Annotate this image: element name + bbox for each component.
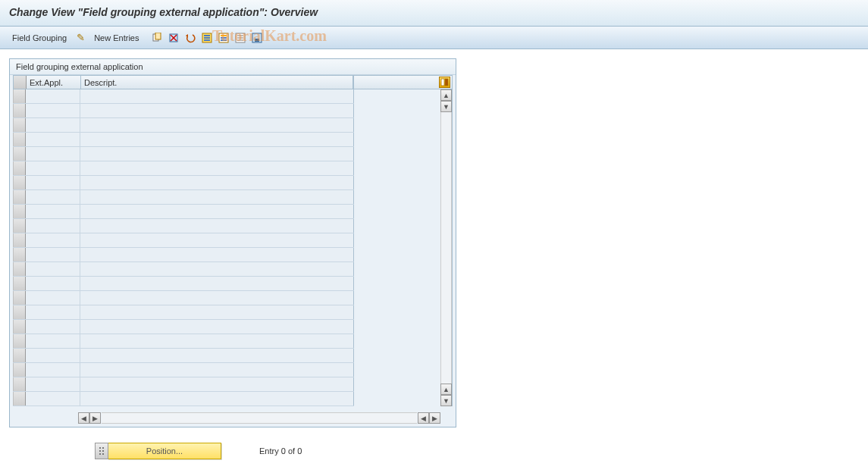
cell-ext-appl[interactable] bbox=[26, 248, 80, 261]
cell-ext-appl[interactable] bbox=[26, 89, 80, 103]
cell-ext-appl[interactable] bbox=[26, 291, 80, 305]
row-selector[interactable] bbox=[13, 161, 26, 175]
svg-rect-7 bbox=[204, 37, 210, 39]
cell-descript[interactable] bbox=[80, 277, 354, 290]
row-selector[interactable] bbox=[13, 334, 26, 348]
cell-descript[interactable] bbox=[80, 291, 354, 305]
configure-columns[interactable] bbox=[354, 75, 453, 89]
position-button[interactable]: Position... bbox=[108, 443, 221, 459]
cell-descript[interactable] bbox=[80, 377, 354, 391]
row-selector[interactable] bbox=[13, 305, 26, 319]
cell-ext-appl[interactable] bbox=[26, 176, 80, 189]
svg-rect-10 bbox=[221, 35, 227, 36]
row-selector[interactable] bbox=[13, 205, 26, 218]
row-selector[interactable] bbox=[13, 147, 26, 161]
row-selector[interactable] bbox=[13, 320, 26, 334]
cell-ext-appl[interactable] bbox=[26, 392, 80, 406]
cell-ext-appl[interactable] bbox=[26, 377, 80, 391]
toggle-change-icon[interactable] bbox=[74, 31, 87, 45]
row-select-header[interactable] bbox=[14, 76, 27, 89]
row-selector[interactable] bbox=[13, 392, 26, 406]
cell-descript[interactable] bbox=[80, 305, 354, 319]
row-selector[interactable] bbox=[13, 219, 26, 233]
cell-ext-appl[interactable] bbox=[26, 363, 80, 377]
row-selector[interactable] bbox=[13, 233, 26, 247]
row-selector[interactable] bbox=[13, 176, 26, 189]
cell-ext-appl[interactable] bbox=[26, 190, 80, 204]
select-all-icon[interactable] bbox=[200, 31, 214, 45]
cell-ext-appl[interactable] bbox=[26, 233, 80, 247]
row-selector[interactable] bbox=[13, 291, 26, 305]
row-selector[interactable] bbox=[13, 118, 26, 132]
cell-descript[interactable] bbox=[80, 118, 354, 132]
scroll-right-icon[interactable]: ▶ bbox=[89, 412, 101, 424]
new-entries-button[interactable]: New Entries bbox=[89, 32, 143, 44]
row-selector[interactable] bbox=[13, 363, 26, 377]
field-grouping-button[interactable]: Field Grouping bbox=[8, 32, 71, 44]
scroll-track[interactable] bbox=[440, 112, 452, 384]
cell-descript[interactable] bbox=[80, 349, 354, 362]
grid-right-area: ▲ ▼ ▲ ▼ bbox=[354, 75, 453, 406]
table-row bbox=[13, 118, 354, 133]
deselect-all-icon[interactable] bbox=[233, 31, 247, 45]
table-row bbox=[13, 377, 354, 392]
cell-descript[interactable] bbox=[80, 176, 354, 189]
cell-ext-appl[interactable] bbox=[26, 349, 80, 362]
row-selector[interactable] bbox=[13, 89, 26, 103]
cell-ext-appl[interactable] bbox=[26, 161, 80, 175]
cell-descript[interactable] bbox=[80, 89, 354, 103]
cell-ext-appl[interactable] bbox=[26, 277, 80, 290]
cell-descript[interactable] bbox=[80, 248, 354, 261]
undo-icon[interactable] bbox=[183, 31, 197, 45]
cell-descript[interactable] bbox=[80, 161, 354, 175]
cell-descript[interactable] bbox=[80, 219, 354, 233]
cell-ext-appl[interactable] bbox=[26, 305, 80, 319]
scroll-down2-icon[interactable]: ▼ bbox=[440, 395, 452, 406]
scroll-up-icon[interactable]: ▲ bbox=[440, 89, 452, 101]
cell-descript[interactable] bbox=[80, 363, 354, 377]
cell-descript[interactable] bbox=[80, 205, 354, 218]
save-variant-icon[interactable] bbox=[250, 31, 264, 45]
scroll-left2-icon[interactable]: ◀ bbox=[418, 412, 429, 424]
scroll-right2-icon[interactable]: ▶ bbox=[429, 412, 440, 424]
cell-descript[interactable] bbox=[80, 262, 354, 276]
hscroll-track[interactable] bbox=[102, 412, 417, 424]
copy-icon[interactable] bbox=[150, 31, 164, 45]
row-selector[interactable] bbox=[13, 277, 26, 290]
column-header-descript[interactable]: Descript. bbox=[81, 76, 353, 89]
row-selector[interactable] bbox=[13, 133, 26, 146]
cell-descript[interactable] bbox=[80, 190, 354, 204]
column-header-ext-appl[interactable]: Ext.Appl. bbox=[27, 76, 81, 89]
select-block-icon[interactable] bbox=[217, 31, 230, 45]
cell-ext-appl[interactable] bbox=[26, 334, 80, 348]
cell-ext-appl[interactable] bbox=[26, 219, 80, 233]
delete-icon[interactable] bbox=[167, 31, 180, 45]
cell-ext-appl[interactable] bbox=[26, 147, 80, 161]
scroll-left-icon[interactable]: ◀ bbox=[78, 412, 89, 424]
row-selector[interactable] bbox=[13, 262, 26, 276]
cell-ext-appl[interactable] bbox=[26, 133, 80, 146]
cell-ext-appl[interactable] bbox=[26, 320, 80, 334]
row-selector[interactable] bbox=[13, 349, 26, 362]
row-selector[interactable] bbox=[13, 104, 26, 117]
cell-descript[interactable] bbox=[80, 233, 354, 247]
scroll-up2-icon[interactable]: ▲ bbox=[440, 384, 452, 395]
cell-descript[interactable] bbox=[80, 392, 354, 406]
table-row bbox=[13, 89, 354, 104]
cell-ext-appl[interactable] bbox=[26, 205, 80, 218]
row-selector[interactable] bbox=[13, 248, 26, 261]
cell-descript[interactable] bbox=[80, 334, 354, 348]
svg-rect-14 bbox=[237, 35, 243, 36]
row-selector[interactable] bbox=[13, 377, 26, 391]
cell-descript[interactable] bbox=[80, 104, 354, 117]
cell-descript[interactable] bbox=[80, 147, 354, 161]
cell-ext-appl[interactable] bbox=[26, 118, 80, 132]
row-selector[interactable] bbox=[13, 190, 26, 204]
cell-descript[interactable] bbox=[80, 320, 354, 334]
cell-ext-appl[interactable] bbox=[26, 262, 80, 276]
scroll-down-icon[interactable]: ▼ bbox=[440, 101, 452, 112]
title-bar: Change View "Field grouping external app… bbox=[0, 0, 868, 27]
cell-ext-appl[interactable] bbox=[26, 104, 80, 117]
position-handle-icon bbox=[95, 443, 108, 459]
cell-descript[interactable] bbox=[80, 133, 354, 146]
